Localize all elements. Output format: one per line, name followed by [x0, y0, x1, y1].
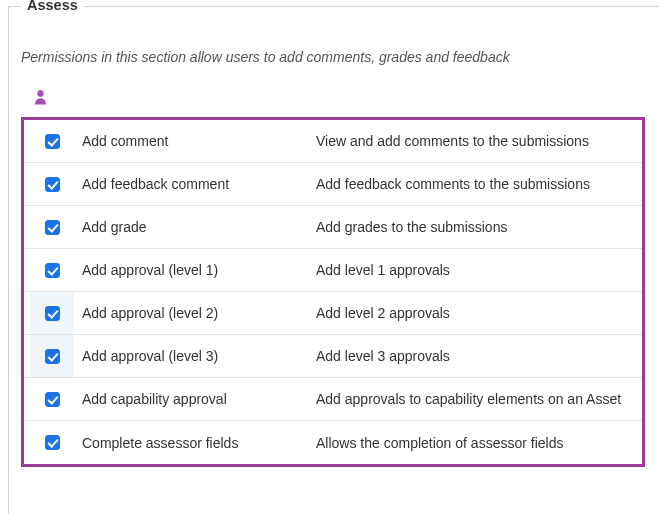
table-row: Add approval (level 2)Add level 2 approv…: [24, 292, 642, 335]
permission-checkbox[interactable]: [45, 134, 60, 149]
user-role-icon: [33, 89, 649, 105]
permission-name: Complete assessor fields: [74, 435, 312, 451]
permission-description: Add level 3 approvals: [312, 348, 636, 364]
checkbox-cell: [30, 335, 74, 377]
permission-checkbox[interactable]: [45, 220, 60, 235]
table-row: Add approval (level 3)Add level 3 approv…: [24, 335, 642, 378]
table-row: Add feedback commentAdd feedback comment…: [24, 163, 642, 206]
table-row: Add approval (level 1)Add level 1 approv…: [24, 249, 642, 292]
permission-checkbox[interactable]: [45, 392, 60, 407]
role-column-header: [33, 89, 649, 105]
assess-section: Assess Permissions in this section allow…: [8, 6, 659, 514]
section-description: Permissions in this section allow users …: [21, 49, 649, 65]
checkbox-cell: [30, 435, 74, 450]
permission-name: Add approval (level 3): [74, 348, 312, 364]
table-row: Add gradeAdd grades to the submissions: [24, 206, 642, 249]
permission-name: Add grade: [74, 219, 312, 235]
table-row: Add capability approvalAdd approvals to …: [24, 378, 642, 421]
checkbox-cell: [30, 177, 74, 192]
permission-description: Add feedback comments to the submissions: [312, 176, 636, 192]
checkbox-cell: [30, 134, 74, 149]
section-title: Assess: [21, 0, 84, 13]
checkbox-cell: [30, 263, 74, 278]
permission-checkbox[interactable]: [45, 177, 60, 192]
permission-description: Add grades to the submissions: [312, 219, 636, 235]
permission-description: Add level 2 approvals: [312, 305, 636, 321]
table-row: Complete assessor fieldsAllows the compl…: [24, 421, 642, 464]
permission-checkbox[interactable]: [45, 263, 60, 278]
checkbox-cell: [30, 220, 74, 235]
permission-description: Add level 1 approvals: [312, 262, 636, 278]
permission-name: Add feedback comment: [74, 176, 312, 192]
permission-checkbox[interactable]: [45, 306, 60, 321]
permission-description: View and add comments to the submissions: [312, 133, 636, 149]
permissions-table: Add commentView and add comments to the …: [21, 117, 645, 467]
permission-name: Add capability approval: [74, 391, 312, 407]
table-row: Add commentView and add comments to the …: [24, 120, 642, 163]
permission-name: Add approval (level 2): [74, 305, 312, 321]
permission-name: Add approval (level 1): [74, 262, 312, 278]
checkbox-cell: [30, 392, 74, 407]
permission-checkbox[interactable]: [45, 435, 60, 450]
permission-checkbox[interactable]: [45, 349, 60, 364]
permission-name: Add comment: [74, 133, 312, 149]
permission-description: Allows the completion of assessor fields: [312, 435, 636, 451]
permission-description: Add approvals to capability elements on …: [312, 391, 636, 407]
checkbox-cell: [30, 292, 74, 334]
